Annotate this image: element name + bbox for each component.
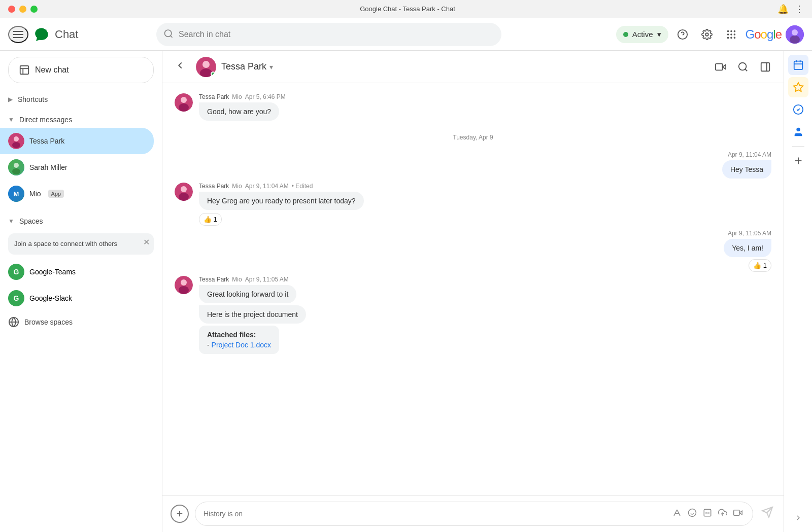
video-call-button[interactable]	[710, 57, 731, 77]
msg-via-2: Mio	[232, 183, 242, 190]
search-in-chat-button[interactable]	[733, 57, 753, 77]
emoji-button[interactable]	[686, 506, 699, 522]
msg-bubble-2: Hey Greg are you ready to present later …	[199, 192, 364, 210]
search-input[interactable]	[156, 23, 501, 46]
svg-point-48	[179, 286, 189, 294]
side-panel-button[interactable]	[755, 57, 775, 77]
send-button[interactable]	[759, 504, 775, 523]
sent-msg-time-2: Apr 9, 11:05 AM	[728, 230, 771, 237]
maximize-window-button[interactable]	[30, 6, 38, 13]
new-chat-button[interactable]: New chat	[8, 57, 154, 83]
msg-content-3: Tessa Park Mio Apr 9, 11:05 AM Great loo…	[199, 276, 306, 356]
gif-button[interactable]: GIF	[701, 506, 714, 522]
browse-spaces-button[interactable]: Browse spaces	[0, 311, 162, 333]
text-format-button[interactable]	[670, 506, 684, 522]
spaces-label: Spaces	[19, 217, 43, 225]
svg-point-5	[705, 33, 708, 36]
svg-point-47	[181, 279, 187, 286]
help-button[interactable]	[672, 24, 693, 45]
add-sidebar-item-button[interactable]	[788, 151, 808, 171]
svg-line-51	[674, 510, 677, 516]
msg-avatar	[175, 93, 193, 112]
messages-area: Tessa Park Mio Apr 5, 6:46 PM Good, how …	[162, 83, 784, 495]
direct-messages-header[interactable]: ▼ Direct messages	[0, 112, 162, 128]
right-sidebar	[784, 51, 812, 532]
people-button[interactable]	[788, 122, 808, 142]
attached-file-link[interactable]: Project Doc 1.docx	[212, 341, 272, 349]
google-teams-name: Google-Teams	[29, 268, 76, 276]
input-area: GIF	[162, 495, 784, 532]
expand-sidebar-button[interactable]	[788, 508, 808, 528]
msg-avatar-3	[175, 276, 193, 294]
notification-icon[interactable]: 🔔	[777, 4, 789, 15]
svg-point-13	[730, 37, 732, 39]
sent-msg-reaction[interactable]: 👍 1	[749, 259, 771, 272]
back-button[interactable]	[171, 56, 190, 78]
svg-point-11	[733, 33, 735, 36]
mio-app-badge: App	[48, 190, 64, 198]
sent-message-group: Apr 9, 11:04 AM Hey Tessa	[162, 149, 784, 181]
upload-file-button[interactable]	[716, 506, 729, 522]
minimize-window-button[interactable]	[19, 6, 26, 13]
search-icon	[163, 28, 174, 40]
chat-user-avatar	[196, 57, 216, 77]
sent-msg-bubble: Hey Tessa	[722, 160, 771, 179]
mio-name: Mio	[29, 190, 41, 198]
mio-avatar: M	[8, 186, 24, 202]
titlebar: Google Chat - Tessa Park - Chat 🔔 ⋮	[0, 0, 812, 18]
svg-point-14	[733, 37, 735, 39]
date-divider-text: Tuesday, Apr 9	[447, 132, 499, 143]
spaces-section: ▼ Spaces Join a space to connect with ot…	[0, 209, 162, 337]
tessa-park-avatar	[8, 133, 24, 149]
calendar-button[interactable]	[788, 55, 808, 75]
msg-reaction[interactable]: 👍 1	[199, 213, 222, 226]
message-input[interactable]	[204, 510, 670, 518]
active-status-label: Active	[632, 30, 653, 39]
shortcuts-header[interactable]: ▶ Shortcuts	[0, 91, 162, 108]
svg-point-32	[202, 61, 210, 68]
svg-point-54	[689, 509, 696, 516]
msg-meta-2: Tessa Park Mio Apr 9, 11:04 AM • Edited	[199, 183, 364, 190]
close-banner-button[interactable]: ✕	[143, 237, 150, 247]
svg-rect-64	[794, 61, 802, 70]
user-avatar[interactable]	[786, 25, 804, 44]
msg-bubble-line2: Here is the project document	[199, 305, 306, 324]
sarah-miller-avatar	[8, 159, 24, 175]
active-status-button[interactable]: Active ▾	[616, 26, 668, 43]
more-options-icon[interactable]: ⋮	[795, 4, 804, 15]
sidebar: New chat ▶ Shortcuts ▼ Direct messages T…	[0, 51, 162, 532]
sidebar-item-sarah-miller[interactable]: Sarah Miller	[0, 154, 154, 181]
apps-button[interactable]	[721, 24, 741, 45]
sidebar-item-tessa-park[interactable]: Tessa Park	[0, 128, 154, 154]
message-input-wrapper: GIF	[195, 502, 753, 526]
chat-header: Tessa Park ▾	[162, 51, 784, 83]
join-space-banner: Join a space to connect with others ✕	[8, 233, 154, 255]
browse-spaces-icon	[8, 316, 19, 328]
chat-user-info[interactable]: Tessa Park ▾	[196, 57, 704, 77]
browse-spaces-label: Browse spaces	[24, 318, 73, 326]
hamburger-menu-button[interactable]	[8, 26, 28, 43]
settings-button[interactable]	[697, 24, 717, 45]
sidebar-item-mio[interactable]: M Mio App	[0, 181, 154, 207]
tasks-button[interactable]	[788, 99, 808, 120]
sidebar-item-google-teams[interactable]: G Google-Teams	[0, 259, 162, 285]
video-message-button[interactable]	[731, 506, 745, 522]
msg-time-2: Apr 9, 11:04 AM	[245, 183, 289, 190]
sidebar-item-google-slack[interactable]: G Google-Slack	[0, 285, 162, 311]
svg-point-16	[792, 29, 798, 36]
window-controls	[8, 6, 38, 13]
topbar-right: Active ▾ Google	[616, 24, 804, 45]
direct-messages-section: ▼ Direct messages Tessa Park Sarah Mille…	[0, 110, 162, 209]
sent-msg-time: Apr 9, 11:04 AM	[728, 151, 771, 158]
close-window-button[interactable]	[8, 6, 15, 13]
google-slack-name: Google-Slack	[29, 294, 72, 302]
add-attachment-button[interactable]	[171, 505, 189, 523]
svg-marker-60	[739, 511, 742, 515]
right-sidebar-divider	[792, 146, 804, 147]
notes-button[interactable]	[788, 77, 808, 97]
msg-sender: Tessa Park	[199, 93, 229, 100]
msg-content: Tessa Park Mio Apr 5, 6:46 PM Good, how …	[199, 93, 286, 123]
spaces-header[interactable]: ▼ Spaces	[0, 213, 162, 229]
sent-message-group-2: Apr 9, 11:05 AM Yes, I am! 👍 1	[162, 228, 784, 274]
msg-meta-3: Tessa Park Mio Apr 9, 11:05 AM	[199, 276, 306, 283]
